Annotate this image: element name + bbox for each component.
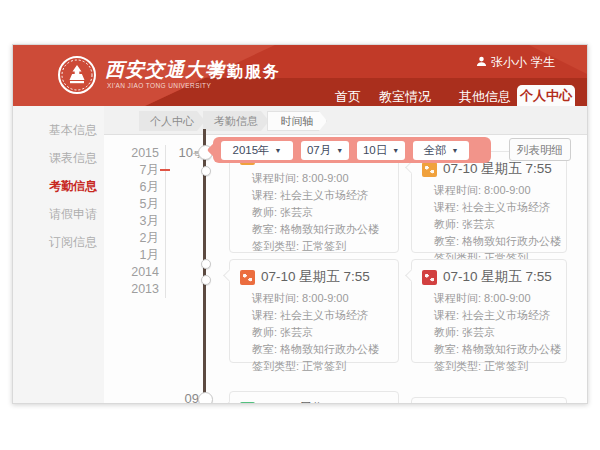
card-notch	[223, 401, 236, 404]
user-info[interactable]: 张小小 学生	[476, 54, 555, 71]
partial-card	[411, 397, 567, 404]
chevron-down-icon: ▼	[452, 147, 459, 154]
current-month-marker	[160, 169, 170, 171]
timeline-node	[201, 275, 211, 285]
card-classroom: 教室: 格物致知行政办公楼	[252, 341, 388, 358]
service-title: 考勤服务	[209, 62, 281, 83]
card-title: 07-09 星期四 7:55	[261, 400, 370, 404]
attendance-card: 07-09 星期四 7:55	[229, 391, 399, 404]
month-item-2015[interactable]: 2015	[109, 145, 159, 162]
nav-item-classrooms[interactable]: 教室情况	[379, 88, 431, 106]
month-dropdown[interactable]: 07月▼	[301, 141, 349, 160]
card-teacher: 教师: 张芸京	[252, 204, 388, 221]
card-course: 课程: 社会主义市场经济	[434, 199, 556, 216]
breadcrumb-attendance-info[interactable]: 考勤信息	[203, 111, 269, 131]
card-teacher: 教师: 张芸京	[252, 324, 388, 341]
timeline-node	[201, 166, 211, 176]
card-title: 07-10 星期五 7:55	[261, 268, 370, 286]
list-detail-button[interactable]: 列表明细	[509, 138, 571, 161]
app-window: 西安交通大学 XI'AN JIAO TONG UNIVERSITY 考勤服务 张…	[12, 44, 588, 404]
nav-item-other-info[interactable]: 其他信息	[459, 88, 511, 106]
month-item-2013[interactable]: 2013	[109, 281, 159, 298]
sidebar-item-leave-request[interactable]: 请假申请	[13, 200, 104, 228]
person-icon	[476, 56, 487, 70]
sidebar-item-basic-info[interactable]: 基本信息	[13, 116, 104, 144]
month-item-jul[interactable]: 7月	[109, 162, 159, 179]
day-dropdown[interactable]: 10日▼	[357, 141, 405, 160]
attendance-card: 07-10 星期五 7:55 课程时间: 8:00-9:00 课程: 社会主义市…	[411, 151, 567, 253]
card-teacher: 教师: 张芸京	[434, 324, 556, 341]
filter-bar: 2015年▼ 07月▼ 10日▼ 全部▼	[213, 137, 491, 163]
card-course: 课程: 社会主义市场经济	[252, 187, 388, 204]
type-dropdown[interactable]: 全部▼	[413, 141, 469, 160]
sidebar-item-subscription[interactable]: 订阅信息	[13, 228, 104, 256]
card-notch	[223, 269, 236, 282]
status-icon	[240, 402, 255, 405]
chevron-down-icon: ▼	[336, 147, 343, 154]
card-classroom: 教室: 格物致知行政办公楼	[434, 233, 556, 250]
card-course-time: 课程时间: 8:00-9:00	[252, 170, 388, 187]
nav-item-home[interactable]: 首页	[335, 88, 361, 106]
card-checkin-type: 签到类型: 正常签到	[252, 358, 388, 375]
card-course-time: 课程时间: 8:00-9:00	[252, 290, 388, 307]
month-item-2014[interactable]: 2014	[109, 264, 159, 281]
card-checkin-type: 签到类型: 正常签到	[252, 238, 388, 255]
university-name-zh: 西安交通大学	[105, 57, 225, 83]
card-course: 课程: 社会主义市场经济	[434, 307, 556, 324]
status-icon	[422, 270, 437, 285]
breadcrumb: 个人中心 考勤信息 时间轴	[104, 106, 588, 135]
sidebar-item-attendance[interactable]: 考勤信息	[13, 172, 104, 200]
status-icon	[240, 270, 255, 285]
timeline-month-rail: 2015 7月 6月 5月 3月 2月 1月 2014 2013	[109, 145, 166, 298]
app-header: 西安交通大学 XI'AN JIAO TONG UNIVERSITY 考勤服务 张…	[13, 45, 588, 106]
user-name: 张小小	[491, 54, 527, 71]
month-item-jun[interactable]: 6月	[109, 179, 159, 196]
year-dropdown[interactable]: 2015年▼	[221, 141, 293, 160]
month-item-may[interactable]: 5月	[109, 196, 159, 213]
card-teacher: 教师: 张芸京	[434, 216, 556, 233]
month-item-feb[interactable]: 2月	[109, 230, 159, 247]
user-role: 学生	[531, 54, 555, 71]
attendance-card: 07-10 星期五 7:55 课程时间: 8:00-9:00 课程: 社会主义市…	[411, 259, 567, 363]
chevron-down-icon: ▼	[392, 147, 399, 154]
card-title: 07-10 星期五 7:55	[443, 268, 552, 286]
timeline-node	[201, 259, 211, 269]
card-notch	[405, 161, 418, 174]
card-course-time: 课程时间: 8:00-9:00	[434, 290, 556, 307]
month-item-mar[interactable]: 3月	[109, 213, 159, 230]
breadcrumb-timeline[interactable]: 时间轴	[267, 111, 327, 131]
sidebar-item-timetable[interactable]: 课表信息	[13, 144, 104, 172]
sidebar: 基本信息 课表信息 考勤信息 请假申请 订阅信息	[13, 106, 104, 404]
status-icon	[422, 162, 437, 177]
month-item-jan[interactable]: 1月	[109, 247, 159, 264]
main-nav: 首页 教室情况 其他信息 个人中心	[13, 85, 588, 106]
card-notch	[405, 269, 418, 282]
day-label-10: 10号	[167, 145, 201, 160]
breadcrumb-personal-center[interactable]: 个人中心	[139, 111, 205, 131]
nav-tab-personal-center[interactable]: 个人中心	[517, 85, 575, 106]
card-course-time: 课程时间: 8:00-9:00	[434, 182, 556, 199]
chevron-down-icon: ▼	[275, 147, 282, 154]
card-classroom: 教室: 格物致知行政办公楼	[252, 221, 388, 238]
attendance-card: 07-10 星期五 7:55 课程时间: 8:00-9:00 课程: 社会主义市…	[229, 259, 399, 363]
timeline-node-day09	[198, 392, 213, 404]
card-checkin-type: 签到类型: 正常签到	[434, 358, 556, 375]
card-classroom: 教室: 格物致知行政办公楼	[434, 341, 556, 358]
card-course: 课程: 社会主义市场经济	[252, 307, 388, 324]
